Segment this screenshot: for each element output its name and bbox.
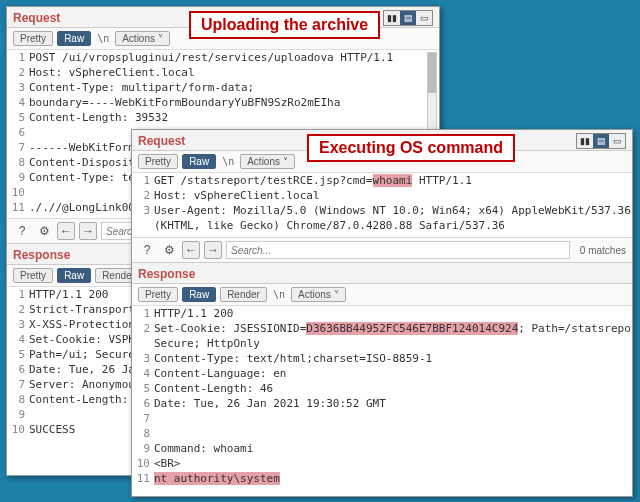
request-body: 1GET /statsreport/testRCE.jsp?cmd=whoami…	[132, 173, 632, 237]
chevron-down-icon: ˅	[158, 33, 163, 44]
response-toolbar: Pretty Raw Render \n Actions ˅	[132, 284, 632, 306]
scrollbar-thumb[interactable]	[428, 53, 436, 93]
chevron-down-icon: ˅	[283, 156, 288, 167]
pretty-button[interactable]: Pretty	[138, 154, 178, 169]
raw-button[interactable]: Raw	[182, 287, 216, 302]
help-icon[interactable]: ?	[13, 222, 31, 240]
pretty-button[interactable]: Pretty	[138, 287, 178, 302]
response-title: Response	[13, 248, 70, 262]
newline-toggle[interactable]: \n	[220, 156, 236, 167]
view-split-icon[interactable]: ▤	[400, 11, 416, 25]
view-toggle[interactable]: ▮▮ ▤ ▭	[576, 133, 626, 149]
response-body: 1HTTP/1.1 2002Set-Cookie: JSESSIONID=D36…	[132, 306, 632, 486]
view-columns-icon[interactable]: ▮▮	[384, 11, 400, 25]
gear-icon[interactable]: ⚙	[35, 222, 53, 240]
callout-execute: Executing OS command	[307, 134, 515, 162]
actions-button[interactable]: Actions ˅	[115, 31, 170, 46]
render-button[interactable]: Render	[220, 287, 267, 302]
arrow-right-icon[interactable]: →	[204, 241, 222, 259]
request-title: Request	[13, 11, 60, 25]
pretty-button[interactable]: Pretty	[13, 268, 53, 283]
search-input[interactable]	[226, 241, 570, 259]
newline-toggle[interactable]: \n	[271, 289, 287, 300]
view-columns-icon[interactable]: ▮▮	[577, 134, 593, 148]
right-panel: Request ▮▮ ▤ ▭ Pretty Raw \n Actions ˅ 1…	[131, 129, 633, 497]
view-toggle[interactable]: ▮▮ ▤ ▭	[383, 10, 433, 26]
pretty-button[interactable]: Pretty	[13, 31, 53, 46]
request-title: Request	[138, 134, 185, 148]
help-icon[interactable]: ?	[138, 241, 156, 259]
view-single-icon[interactable]: ▭	[609, 134, 625, 148]
newline-toggle[interactable]: \n	[95, 33, 111, 44]
raw-button[interactable]: Raw	[57, 268, 91, 283]
actions-button[interactable]: Actions ˅	[240, 154, 295, 169]
raw-button[interactable]: Raw	[182, 154, 216, 169]
view-split-icon[interactable]: ▤	[593, 134, 609, 148]
response-code[interactable]: 1HTTP/1.1 2002Set-Cookie: JSESSIONID=D36…	[132, 306, 632, 486]
arrow-right-icon[interactable]: →	[79, 222, 97, 240]
matches-label: 0 matches	[574, 245, 626, 256]
arrow-left-icon[interactable]: ←	[182, 241, 200, 259]
response-header: Response	[132, 263, 632, 284]
raw-button[interactable]: Raw	[57, 31, 91, 46]
response-title: Response	[138, 267, 195, 281]
view-single-icon[interactable]: ▭	[416, 11, 432, 25]
callout-upload: Uploading the archive	[189, 11, 380, 39]
gear-icon[interactable]: ⚙	[160, 241, 178, 259]
request-code[interactable]: 1GET /statsreport/testRCE.jsp?cmd=whoami…	[132, 173, 632, 237]
chevron-down-icon: ˅	[334, 289, 339, 300]
request-tools: ? ⚙ ← → 0 matches	[132, 237, 632, 262]
actions-button[interactable]: Actions ˅	[291, 287, 346, 302]
arrow-left-icon[interactable]: ←	[57, 222, 75, 240]
